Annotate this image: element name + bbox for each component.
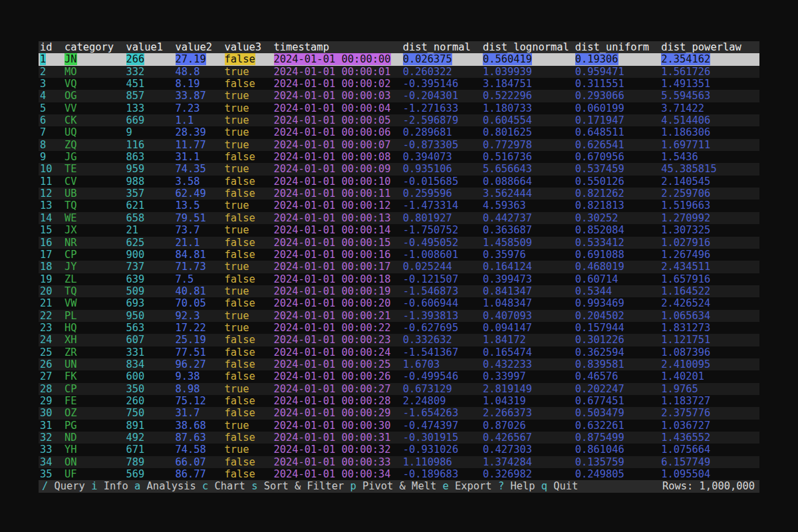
table-row[interactable]: 21VW69370.05false2024-01-01 00:00:20-0.6…	[39, 297, 759, 309]
table-row[interactable]: 8ZQ11611.77true2024-01-01 00:00:07-0.873…	[39, 139, 759, 151]
cell-value-dist_uniform: 0.5344	[575, 285, 612, 297]
column-header-value3: value3	[223, 41, 273, 53]
cell-value-value3: true	[225, 285, 249, 297]
cell-value-value3: true	[225, 126, 249, 138]
table-row[interactable]: 27FK6009.38false2024-01-01 00:00:26-0.49…	[39, 370, 759, 382]
cell-value-dist_powerlaw: 1.436552	[661, 432, 710, 444]
table-row[interactable]: 12UB35762.49false2024-01-01 00:00:110.25…	[39, 188, 759, 200]
cell-dist_lognormal: 0.772978	[481, 139, 574, 151]
table-row[interactable]: 33YH67174.58true2024-01-01 00:00:32-0.93…	[39, 444, 759, 456]
cell-value-value2: 7.23	[176, 102, 200, 114]
shortcut-pivot-melt[interactable]: p Pivot & Melt	[350, 480, 442, 492]
cell-value-dist_powerlaw: 1.036727	[661, 420, 710, 432]
cell-value-dist_normal: -1.008601	[403, 249, 458, 261]
cell-id: 1	[39, 53, 63, 65]
table-row[interactable]: 17CP90084.81false2024-01-01 00:00:16-1.0…	[39, 249, 759, 261]
cell-dist_uniform: 0.875499	[574, 432, 660, 444]
table-row[interactable]: 31PG89138.68true2024-01-01 00:00:30-0.47…	[39, 420, 759, 432]
cell-value3: false	[223, 370, 273, 382]
table-row[interactable]: 2MO33248.8true2024-01-01 00:00:010.26032…	[39, 66, 759, 78]
cell-value-value1: 563	[126, 322, 145, 334]
cell-value-id: 27	[40, 370, 53, 382]
cell-value-id: 28	[40, 383, 53, 395]
table-row[interactable]: 7UQ928.39true2024-01-01 00:00:060.289681…	[39, 126, 759, 138]
table-row[interactable]: 10TE95974.35true2024-01-01 00:00:090.935…	[39, 163, 759, 175]
cell-timestamp: 2024-01-01 00:00:11	[273, 188, 402, 200]
cell-value1: 509	[125, 285, 174, 297]
cell-value3: false	[223, 456, 273, 468]
cell-value2: 74.35	[174, 163, 223, 175]
cell-value-value3: false	[225, 456, 255, 468]
table-row[interactable]: 34ON78966.07false2024-01-01 00:00:331.11…	[39, 456, 759, 468]
shortcut-chart[interactable]: c Chart	[202, 480, 251, 492]
cell-value-value1: 863	[126, 151, 145, 163]
cell-value-value2: 77.51	[176, 346, 206, 358]
table-row[interactable]: 26UN83496.27false2024-01-01 00:00:251.67…	[39, 358, 759, 370]
cell-dist_uniform: 0.5344	[574, 285, 660, 297]
cell-dist_uniform: 0.533412	[574, 237, 660, 249]
cell-value2: 3.58	[174, 176, 223, 188]
table-row[interactable]: 18JY73771.73true2024-01-01 00:00:170.025…	[39, 261, 759, 273]
cell-value-timestamp: 2024-01-01 00:00:11	[274, 188, 391, 200]
table-row[interactable]: 14WE65879.51false2024-01-01 00:00:130.80…	[39, 212, 759, 224]
table-row[interactable]: 32ND49287.63false2024-01-01 00:00:31-0.3…	[39, 432, 759, 444]
cell-dist_normal: 1.110986	[402, 456, 481, 468]
shortcut-query[interactable]: / Query	[42, 480, 91, 492]
cell-dist_powerlaw: 1.036727	[660, 420, 759, 432]
table-row[interactable]: 15JX2173.7true2024-01-01 00:00:14-1.7507…	[39, 224, 759, 236]
cell-value-dist_powerlaw: 6.157749	[661, 456, 710, 468]
cell-value-value1: 959	[126, 163, 145, 175]
shortcut-export[interactable]: e Export	[442, 480, 497, 492]
cell-category: JG	[63, 151, 125, 163]
table-row[interactable]: 25ZR33177.51false2024-01-01 00:00:24-1.5…	[39, 346, 759, 358]
shortcut-help[interactable]: ? Help	[498, 480, 541, 492]
table-row[interactable]: 28CP3508.98true2024-01-01 00:00:270.6731…	[39, 383, 759, 395]
table-row[interactable]: 11CV9883.58false2024-01-01 00:00:10-0.01…	[39, 176, 759, 188]
cell-value1: 891	[125, 420, 174, 432]
shortcut-info[interactable]: i Info	[91, 480, 134, 492]
cell-dist_uniform: 0.821813	[574, 200, 660, 211]
cell-value-dist_lognormal: 0.363687	[483, 224, 532, 236]
table-row[interactable]: 22PL95092.3true2024-01-01 00:00:21-1.393…	[39, 310, 759, 322]
table-row[interactable]: 13TQ62113.5true2024-01-01 00:00:12-1.473…	[39, 200, 759, 211]
table-row[interactable]: 20TQ50940.81true2024-01-01 00:00:19-1.54…	[39, 285, 759, 297]
cell-value-category: UF	[65, 468, 77, 480]
cell-timestamp: 2024-01-01 00:00:22	[273, 322, 402, 334]
shortcut-quit[interactable]: q Quit	[541, 480, 585, 492]
table-row[interactable]: 3VQ4518.19false2024-01-01 00:00:02-0.395…	[39, 78, 759, 90]
table-row[interactable]: 9JG86331.1false2024-01-01 00:00:080.3940…	[39, 151, 759, 163]
cell-dist_normal: -0.395146	[402, 78, 481, 90]
table-row[interactable]: 24XH60725.19false2024-01-01 00:00:230.33…	[39, 334, 759, 346]
cell-dist_uniform: 0.648511	[574, 126, 660, 138]
column-header-category: category	[63, 41, 125, 53]
cell-value-id: 17	[40, 249, 53, 261]
table-row[interactable]: 4OG85733.87true2024-01-01 00:00:03-0.204…	[39, 90, 759, 102]
cell-value-dist_lognormal: 1.458509	[483, 237, 532, 249]
cell-id: 22	[39, 310, 63, 322]
cell-value-dist_uniform: 0.821813	[575, 200, 624, 211]
cell-value-value1: 357	[126, 188, 145, 200]
cell-dist_uniform: 0.30252	[574, 212, 660, 224]
cell-value-timestamp: 2024-01-01 00:00:25	[274, 358, 391, 370]
table-row[interactable]: 16NR62521.1false2024-01-01 00:00:15-0.49…	[39, 237, 759, 249]
shortcut-sort-filter[interactable]: s Sort & Filter	[251, 480, 350, 492]
cell-value-dist_lognormal: 0.522296	[483, 90, 532, 102]
cell-value-dist_uniform: 0.533412	[575, 237, 624, 249]
cell-dist_powerlaw: 1.186306	[660, 126, 759, 138]
cell-value-dist_lognormal: 0.427303	[483, 444, 532, 456]
cell-value-dist_normal: 2.24809	[403, 395, 446, 407]
table-row[interactable]: 5VV1337.23true2024-01-01 00:00:04-1.2716…	[39, 102, 759, 114]
cell-dist_normal: -0.606944	[402, 297, 481, 309]
cell-category: UB	[63, 188, 125, 200]
table-row[interactable]: 35UF56986.77false2024-01-01 00:00:34-0.1…	[39, 468, 759, 480]
table-row[interactable]: 6CK6691.1true2024-01-01 00:00:05-2.59687…	[39, 114, 759, 126]
cell-value-category: JX	[65, 224, 77, 236]
table-row-selected[interactable]: 1JN26627.19false2024-01-01 00:00:000.026…	[39, 53, 759, 65]
cell-dist_powerlaw: 1.075664	[660, 444, 759, 456]
table-row[interactable]: 19ZL6397.5false2024-01-01 00:00:18-0.121…	[39, 273, 759, 285]
table-row[interactable]: 29FE26075.12false2024-01-01 00:00:282.24…	[39, 395, 759, 407]
cell-value-timestamp: 2024-01-01 00:00:26	[274, 370, 391, 382]
shortcut-analysis[interactable]: a Analysis	[134, 480, 202, 492]
table-row[interactable]: 23HQ56317.22true2024-01-01 00:00:22-0.62…	[39, 322, 759, 334]
table-row[interactable]: 30OZ75031.7false2024-01-01 00:00:29-1.65…	[39, 407, 759, 419]
